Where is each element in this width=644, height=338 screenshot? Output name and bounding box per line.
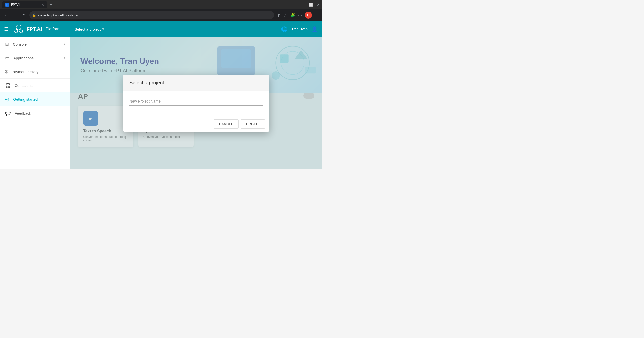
extensions-icon[interactable]: 🧩 [290,13,295,18]
dialog-actions: CANCEL CREATE [123,116,269,132]
new-tab-button[interactable]: + [49,2,52,8]
logo-fpt-text: FPT.AI [27,26,42,32]
cancel-button[interactable]: CANCEL [214,119,238,129]
browser-toolbar-icons: ⬆ ☆ 🧩 ▭ U ⋮ [277,12,319,19]
applications-arrow-icon: ▾ [64,56,65,60]
browser-menu-icon[interactable]: ⋮ [315,13,319,18]
browser-addressbar: ← → ↻ 🔒 console.fpt.ai/getting-started ⬆… [0,9,322,21]
dialog-header: Select a project [123,75,269,91]
back-button[interactable]: ← [3,12,9,18]
browser-titlebar: F FPT.AI ✕ + — ⬜ ✕ [0,0,322,9]
sidebar-label-console: Console [13,42,60,46]
sidebar-item-getting-started[interactable]: ◎ Getting started [0,92,70,106]
sidebar-item-payment-history[interactable]: $ Payment history [0,65,70,79]
share-icon[interactable]: ⬆ [277,13,280,18]
close-button[interactable]: ✕ [317,3,320,7]
browser-user-avatar[interactable]: U [305,12,312,19]
forward-button[interactable]: → [12,12,18,18]
hamburger-menu-icon[interactable]: ☰ [4,26,9,32]
sidebar-label-feedback: Feedback [15,111,65,115]
payment-icon: $ [5,69,8,74]
svg-text:FPT: FPT [17,27,20,29]
tab-close-button[interactable]: ✕ [41,3,44,7]
app-header: ☰ FPT FPT.AI Platform Select a project ▾… [0,21,322,37]
svg-point-3 [15,30,18,33]
address-text: console.fpt.ai/getting-started [38,13,271,17]
tab-favicon: F [5,3,9,7]
user-name-label: Tran Uyen [291,27,308,31]
sidebar-label-applications: Applications [13,56,60,60]
svg-point-4 [20,30,23,33]
logo-area: FPT FPT.AI Platform [13,24,61,35]
logo-platform-text: Platform [46,27,61,31]
bookmark-icon[interactable]: ☆ [284,13,287,18]
sidebar-item-feedback[interactable]: 💬 Feedback [0,106,70,120]
contact-icon: 🎧 [5,83,11,88]
browser-tab-active[interactable]: F FPT.AI ✕ [2,1,47,8]
project-dropdown-icon: ▾ [102,27,104,31]
sidebar-item-contact-us[interactable]: 🎧 Contact us [0,79,70,92]
user-account-icon[interactable]: 👤 [312,26,318,32]
sidebar-toggle-icon[interactable]: ▭ [298,13,302,18]
fpt-logo-icon: FPT [13,24,25,35]
content-area: Welcome, Tran Uyen Get started with FPT.… [70,37,322,169]
reload-button[interactable]: ↻ [21,12,26,19]
svg-line-5 [16,29,17,30]
dialog-body [123,91,269,116]
create-button[interactable]: CREATE [241,119,265,129]
new-project-name-input[interactable] [129,97,263,106]
header-right-area: 🌐 Tran Uyen 👤 [281,26,318,32]
sidebar-label-payment-history: Payment history [12,70,65,74]
minimize-button[interactable]: — [301,3,305,7]
sidebar-item-console[interactable]: ⊞ Console ▾ [0,37,70,51]
project-selector-label: Select a project [75,27,101,31]
tab-title: FPT.AI [11,3,39,6]
dialog-title: Select a project [129,80,263,86]
sidebar-label-getting-started: Getting started [13,97,65,102]
sidebar: ⊞ Console ▾ ▭ Applications ▾ $ Payment h… [0,37,70,169]
getting-started-icon: ◎ [5,96,9,102]
svg-line-6 [21,29,21,30]
main-area: ⊞ Console ▾ ▭ Applications ▾ $ Payment h… [0,37,322,169]
lock-icon: 🔒 [32,13,36,17]
console-icon: ⊞ [5,41,9,47]
dialog-wrapper: Select a project CANCEL CREATE [70,37,322,169]
select-project-dialog: Select a project CANCEL CREATE [123,75,269,132]
console-arrow-icon: ▾ [64,42,65,46]
svg-text:F: F [6,4,8,6]
language-globe-icon[interactable]: 🌐 [281,26,287,32]
browser-window-controls: — ⬜ ✕ [301,3,320,7]
sidebar-label-contact-us: Contact us [15,83,65,88]
app-container: ☰ FPT FPT.AI Platform Select a project ▾… [0,21,322,169]
feedback-icon: 💬 [5,110,11,116]
sidebar-item-applications[interactable]: ▭ Applications ▾ [0,51,70,65]
applications-icon: ▭ [5,55,9,61]
maximize-button[interactable]: ⬜ [309,3,313,7]
project-selector-button[interactable]: Select a project ▾ [75,27,104,31]
address-bar[interactable]: 🔒 console.fpt.ai/getting-started [29,11,274,19]
